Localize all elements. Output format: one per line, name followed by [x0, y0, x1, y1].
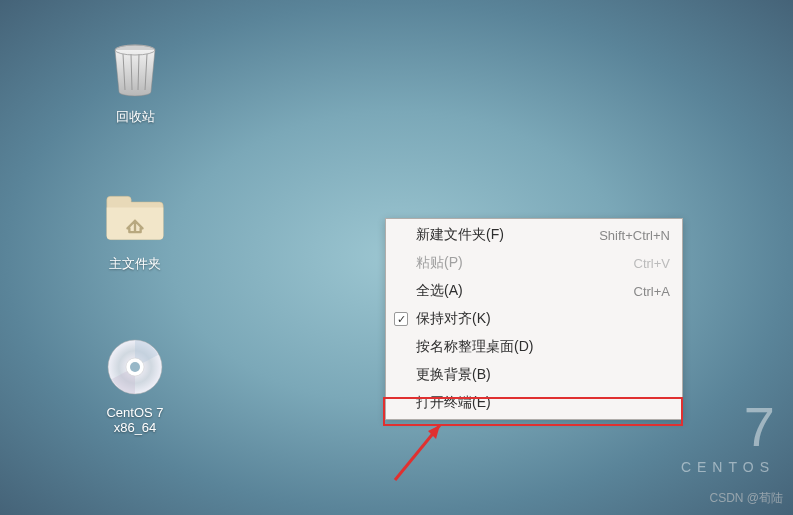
menu-item-organize-by-name[interactable]: 按名称整理桌面(D)	[386, 333, 682, 361]
menu-item-label: 全选(A)	[416, 282, 463, 300]
menu-item-new-folder[interactable]: 新建文件夹(F) Shift+Ctrl+N	[386, 221, 682, 249]
menu-item-paste: 粘贴(P) Ctrl+V	[386, 249, 682, 277]
svg-marker-10	[428, 425, 440, 439]
menu-item-shortcut: Ctrl+A	[634, 284, 670, 299]
desktop-icon-cdrom[interactable]: CentOS 7 x86_64	[85, 335, 185, 435]
menu-item-open-terminal[interactable]: 打开终端(E)	[386, 389, 682, 417]
svg-point-8	[130, 362, 140, 372]
menu-item-label: 新建文件夹(F)	[416, 226, 504, 244]
desktop-icon-label: 回收站	[116, 108, 155, 126]
desktop-icon-trash[interactable]: 回收站	[85, 38, 185, 126]
desktop-context-menu: 新建文件夹(F) Shift+Ctrl+N 粘贴(P) Ctrl+V 全选(A)…	[385, 218, 683, 420]
menu-item-change-background[interactable]: 更换背景(B)	[386, 361, 682, 389]
centos-branding: 7 CENTOS	[681, 399, 775, 475]
menu-item-label: 粘贴(P)	[416, 254, 463, 272]
menu-item-label: 按名称整理桌面(D)	[416, 338, 533, 356]
checkbox-icon	[394, 312, 408, 326]
menu-item-select-all[interactable]: 全选(A) Ctrl+A	[386, 277, 682, 305]
desktop-icon-label: 主文件夹	[109, 255, 161, 273]
menu-item-label: 打开终端(E)	[416, 394, 491, 412]
menu-item-shortcut: Ctrl+V	[634, 256, 670, 271]
annotation-arrow-icon	[380, 415, 460, 495]
menu-item-keep-aligned[interactable]: 保持对齐(K)	[386, 305, 682, 333]
desktop-icon-home[interactable]: 主文件夹	[85, 185, 185, 273]
menu-item-label: 保持对齐(K)	[416, 310, 491, 328]
menu-item-label: 更换背景(B)	[416, 366, 491, 384]
disc-icon	[103, 335, 167, 399]
menu-item-shortcut: Shift+Ctrl+N	[599, 228, 670, 243]
watermark-text: CSDN @荀陆	[709, 490, 783, 507]
folder-home-icon	[103, 185, 167, 249]
desktop-icon-label: CentOS 7 x86_64	[85, 405, 185, 435]
svg-line-9	[395, 425, 440, 480]
centos-version: 7	[681, 399, 775, 455]
trash-icon	[103, 38, 167, 102]
centos-name: CENTOS	[681, 459, 775, 475]
